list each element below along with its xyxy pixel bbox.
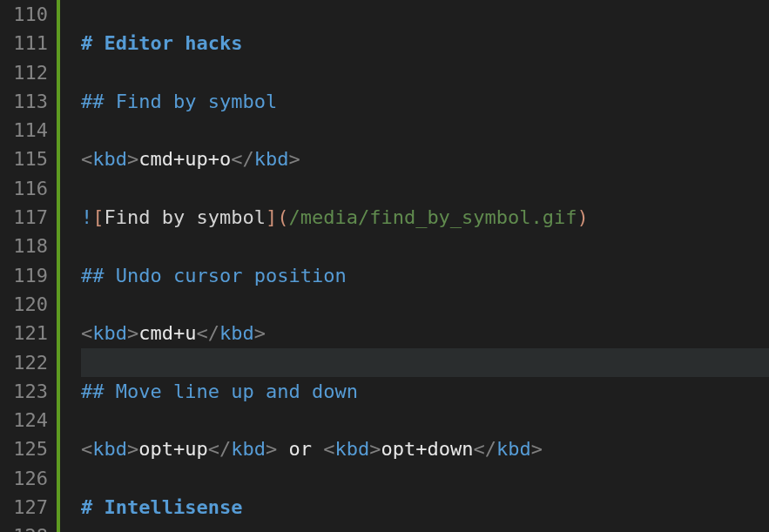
line-number: 119 — [0, 261, 57, 290]
token-ename: kbd — [496, 438, 531, 460]
token-paren: ( — [277, 206, 288, 228]
token-tag: < — [81, 148, 92, 170]
token-brk: ] — [266, 206, 277, 228]
line-number: 125 — [0, 434, 57, 463]
code-line[interactable]: ## Move line up and down — [81, 377, 769, 406]
line-number-gutter: 1101111121131141151161171181191201211221… — [0, 0, 57, 532]
code-line[interactable] — [81, 58, 769, 87]
token-url: /media/find_by_symbol.gif — [288, 206, 577, 228]
line-number: 126 — [0, 464, 57, 493]
token-tag: </ — [208, 438, 232, 460]
token-tag: > — [127, 438, 138, 460]
code-line[interactable] — [81, 0, 769, 29]
token-ename: kbd — [219, 322, 254, 344]
line-number: 115 — [0, 145, 57, 173]
code-area[interactable]: # Editor hacks ## Find by symbol <kbd>cm… — [60, 0, 769, 532]
line-number: 121 — [0, 319, 57, 347]
token-tag: </ — [473, 438, 496, 460]
token-hn: ## — [81, 265, 116, 286]
line-number: 112 — [0, 58, 57, 87]
token-tag: > — [127, 322, 138, 344]
token-h: # — [81, 496, 105, 518]
token-h: Intellisense — [105, 496, 243, 518]
token-ename: kbd — [334, 438, 369, 460]
line-number: 114 — [0, 116, 57, 145]
line-number: 124 — [0, 406, 57, 434]
code-line[interactable] — [81, 348, 769, 377]
token-alt: Find by symbol — [105, 206, 266, 228]
line-number: 117 — [0, 203, 57, 232]
token-ename: kbd — [254, 148, 289, 170]
token-tag: </ — [196, 322, 219, 344]
token-ename: kbd — [92, 438, 127, 460]
code-line[interactable] — [81, 232, 769, 260]
line-number: 118 — [0, 232, 57, 260]
token-ename: kbd — [231, 438, 266, 460]
line-number: 123 — [0, 377, 57, 406]
token-bang: ! — [81, 206, 92, 228]
token-ename: kbd — [92, 148, 127, 170]
code-line[interactable]: <kbd>opt+up</kbd> or <kbd>opt+down</kbd> — [81, 434, 769, 463]
token-txt: cmd+up+o — [138, 148, 231, 170]
token-h: Editor hacks — [105, 32, 243, 54]
token-ename: kbd — [92, 322, 127, 344]
code-line[interactable] — [81, 116, 769, 145]
code-editor[interactable]: 1101111121131141151161171181191201211221… — [0, 0, 769, 532]
code-line[interactable]: <kbd>cmd+u</kbd> — [81, 319, 769, 347]
line-number: 122 — [0, 348, 57, 377]
token-txt: or — [277, 438, 323, 460]
token-txt: opt+up — [138, 438, 207, 460]
code-line[interactable] — [81, 406, 769, 434]
token-hn: ## — [81, 91, 116, 112]
code-line[interactable]: ## Undo cursor position — [81, 261, 769, 290]
token-hn: Find by symbol — [116, 91, 277, 112]
token-txt: cmd+u — [138, 322, 196, 344]
token-hn: Undo cursor position — [116, 265, 347, 286]
token-hn: Move line up and down — [116, 380, 358, 402]
token-tag: > — [254, 322, 266, 344]
code-line[interactable]: # Intellisense — [81, 493, 769, 522]
line-number: 110 — [0, 0, 57, 29]
line-number: 120 — [0, 290, 57, 319]
code-line[interactable]: ![Find by symbol](/media/find_by_symbol.… — [81, 203, 769, 232]
line-number: 128 — [0, 522, 57, 532]
token-brk: [ — [92, 206, 104, 228]
line-number: 113 — [0, 87, 57, 116]
code-line[interactable] — [81, 290, 769, 319]
code-line[interactable]: ## Find by symbol — [81, 87, 769, 116]
line-number: 111 — [0, 29, 57, 57]
code-line[interactable] — [81, 174, 769, 203]
token-tag: < — [81, 438, 92, 460]
token-h: # — [81, 32, 105, 54]
line-number: 127 — [0, 493, 57, 522]
code-line[interactable] — [81, 464, 769, 493]
token-paren: ) — [577, 206, 589, 228]
token-tag: > — [266, 438, 277, 460]
token-tag: </ — [231, 148, 254, 170]
code-line[interactable]: # Editor hacks — [81, 29, 769, 57]
code-line[interactable]: <kbd>cmd+up+o</kbd> — [81, 145, 769, 173]
token-tag: > — [127, 148, 138, 170]
token-tag: > — [288, 148, 300, 170]
line-number: 116 — [0, 174, 57, 203]
code-line[interactable] — [81, 522, 769, 532]
token-tag: > — [369, 438, 381, 460]
token-txt: opt+down — [381, 438, 473, 460]
token-hn: ## — [81, 380, 116, 402]
token-tag: > — [531, 438, 543, 460]
token-tag: < — [323, 438, 334, 460]
token-tag: < — [81, 322, 92, 344]
